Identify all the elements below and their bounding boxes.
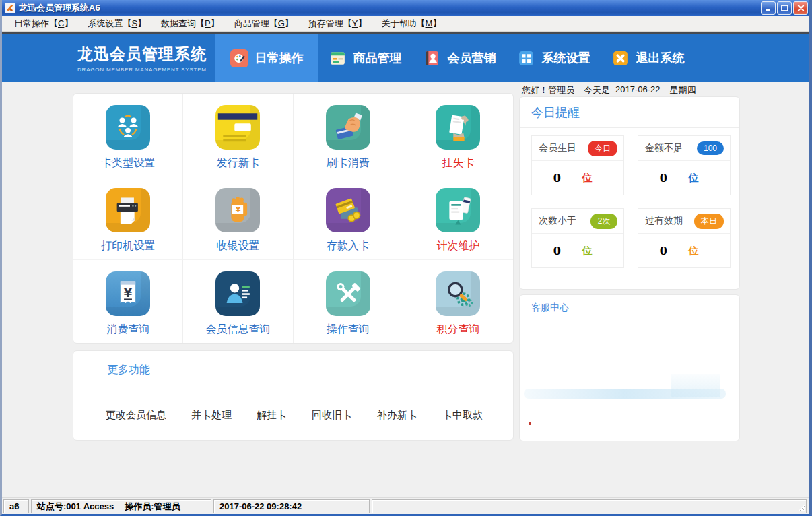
header-nav: 日常操作 商品管理 会员营销 系统设置 (215, 34, 695, 82)
times-maintain-icon (436, 188, 480, 232)
nav-tab-goods-management[interactable]: 商品管理 (318, 34, 412, 82)
minimize-button[interactable] (761, 1, 776, 15)
swipe-card-icon (326, 105, 370, 150)
logo-subtitle: DRAGON MEMBER MANAGEMENT SYSTEM (77, 67, 222, 73)
status-operator: 操作员:管理员 (125, 501, 180, 513)
nav-tab-daily-operations[interactable]: 日常操作 (215, 34, 318, 82)
reminders-grid: 会员生日今日 0位 金额不足100 0位 次数小于2次 0位 过有效期本日 0位 (520, 128, 739, 268)
link-edit-member-info[interactable]: 更改会员信息 (106, 409, 166, 422)
grid-item-label: 会员信息查询 (205, 323, 270, 337)
customer-service-body (520, 321, 739, 441)
reminder-badge: 100 (697, 141, 724, 155)
member-badge-icon (423, 49, 441, 67)
grid-item-member-info-query[interactable]: 会员信息查询 (183, 260, 293, 343)
status-datetime: 2017-06-22 09:28:42 (213, 499, 370, 513)
menu-system-settings[interactable]: 系统设置【S】 (81, 15, 153, 32)
greeting-bar: 您好！管理员 今天是 2017-06-22 星期四 (522, 84, 696, 96)
link-recycle-old-card[interactable]: 回收旧卡 (312, 409, 352, 422)
grid-item-deposit-to-card[interactable]: 存款入卡 (294, 176, 403, 259)
grid-item-issue-new-card[interactable]: 发行新卡 (183, 94, 293, 176)
nav-tab-label: 系统设置 (542, 50, 590, 66)
nav-tab-member-marketing[interactable]: 会员营销 (412, 34, 506, 82)
grid-icon (517, 49, 535, 67)
nav-tab-label: 日常操作 (255, 50, 304, 66)
palette-icon (230, 49, 248, 67)
grid-item-label: 计次维护 (436, 239, 479, 253)
status-station-operator: 站点号:001 Access 操作员:管理员 (31, 499, 211, 513)
grid-item-label: 操作查询 (327, 323, 370, 337)
menu-daily-operations[interactable]: 日常操作【C】 (7, 15, 79, 32)
reminder-badge: 本日 (694, 214, 724, 229)
member-info-query-icon (215, 271, 260, 316)
reminder-value: 0 (638, 245, 689, 257)
reminder-value: 0 (638, 172, 689, 185)
reminder-label: 次数小于 (539, 215, 576, 227)
svg-text:¥: ¥ (124, 286, 133, 300)
menu-goods-management[interactable]: 商品管理【G】 (228, 15, 300, 32)
grid-item-operation-query[interactable]: 操作查询 (294, 260, 403, 343)
watermark-band (524, 389, 726, 399)
loss-card-icon (436, 105, 480, 150)
greeting-date: 2017-06-22 (615, 84, 661, 96)
close-button[interactable] (793, 1, 808, 15)
menu-prestore-management[interactable]: 预存管理【Y】 (302, 15, 374, 32)
more-functions-header: 更多功能 (73, 351, 513, 389)
operate-query-icon (326, 271, 370, 316)
grid-item-label: 收银设置 (216, 239, 259, 253)
more-functions-links: 更改会员信息 并卡处理 解挂卡 回收旧卡 补办新卡 卡中取款 (73, 389, 513, 441)
reminder-value: 0 (532, 172, 582, 185)
grid-item-consume-query[interactable]: ¥ 消费查询 (73, 260, 183, 343)
cursor-mark (529, 422, 531, 425)
exit-x-icon (611, 49, 630, 67)
grid-item-times-maintenance[interactable]: 计次维护 (403, 176, 513, 259)
grid-item-swipe-consume[interactable]: 刷卡消费 (294, 94, 403, 176)
reminder-badge: 2次 (590, 214, 617, 229)
reminder-value: 0 (532, 245, 582, 257)
app-window: 龙迅会员管理系统A6 日常操作【C】 系统设置【S】 数据查询【P】 商品管理【… (0, 0, 812, 516)
nav-tab-exit-system[interactable]: 退出系统 (601, 34, 695, 82)
reminder-card-expired[interactable]: 过有效期本日 0位 (638, 208, 731, 268)
reminder-card-low-times[interactable]: 次数小于2次 0位 (531, 208, 624, 268)
grid-item-card-type-settings[interactable]: 卡类型设置 (73, 94, 183, 176)
reminder-card-birthday[interactable]: 会员生日今日 0位 (531, 135, 624, 195)
grid-item-label: 卡类型设置 (101, 156, 155, 170)
title-bar[interactable]: 龙迅会员管理系统A6 (0, 0, 812, 16)
menu-data-query[interactable]: 数据查询【P】 (154, 15, 226, 32)
link-reissue-card[interactable]: 补办新卡 (377, 409, 417, 422)
consume-query-icon: ¥ (106, 271, 150, 316)
nav-tab-label: 商品管理 (353, 50, 402, 66)
new-card-icon (215, 105, 260, 150)
reminder-unit: 位 (582, 245, 593, 257)
grid-item-label: 刷卡消费 (327, 156, 370, 170)
grid-item-points-query[interactable]: 积分查询 (403, 260, 513, 343)
resize-grip-icon[interactable] (798, 505, 805, 511)
app-logo-icon (5, 3, 15, 13)
more-functions-panel: 更多功能 更改会员信息 并卡处理 解挂卡 回收旧卡 补办新卡 卡中取款 (73, 350, 514, 441)
reminder-card-low-balance[interactable]: 金额不足100 0位 (638, 135, 731, 195)
reminders-header: 今日提醒 (520, 97, 739, 128)
reminders-title: 今日提醒 (531, 104, 580, 121)
cashier-hand-icon: ¥ (215, 188, 260, 232)
status-bar: a6 站点号:001 Access 操作员:管理员 2017-06-22 09:… (2, 497, 809, 514)
deposit-card-icon (326, 188, 370, 232)
menu-bar: 日常操作【C】 系统设置【S】 数据查询【P】 商品管理【G】 预存管理【Y】 … (2, 16, 809, 32)
grid-item-label: 发行新卡 (216, 156, 259, 170)
grid-item-cashier-settings[interactable]: ¥ 收银设置 (183, 176, 293, 259)
link-withdraw-from-card[interactable]: 卡中取款 (442, 409, 483, 422)
customer-service-panel: 客服中心 (519, 294, 740, 441)
link-unfreeze-card[interactable]: 解挂卡 (257, 409, 287, 422)
nav-tab-system-settings[interactable]: 系统设置 (506, 34, 601, 82)
goods-card-icon (329, 49, 347, 67)
reminder-unit: 位 (689, 245, 699, 257)
nav-tab-label: 退出系统 (636, 50, 685, 66)
grid-item-label: 存款入卡 (327, 239, 370, 253)
more-functions-title: 更多功能 (107, 363, 150, 377)
grid-item-printer-settings[interactable]: 打印机设置 (73, 176, 183, 259)
grid-item-report-loss-card[interactable]: 挂失卡 (403, 94, 513, 176)
app-header: 龙迅会员管理系统 DRAGON MEMBER MANAGEMENT SYSTEM… (2, 32, 809, 82)
menu-help[interactable]: 关于帮助【M】 (375, 15, 448, 32)
maximize-button[interactable] (777, 1, 792, 15)
reminder-label: 金额不足 (645, 142, 683, 154)
grid-item-label: 挂失卡 (442, 156, 474, 170)
link-merge-cards[interactable]: 并卡处理 (191, 409, 232, 422)
